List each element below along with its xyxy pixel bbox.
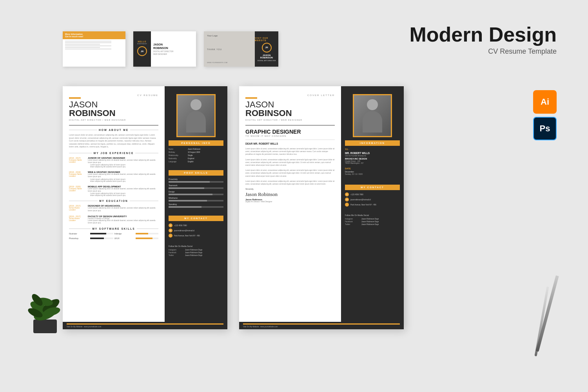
cv-skill-uiux: UI/UX xyxy=(114,237,159,240)
cv-edu-year-2: [2016 - 2017] School Name Location xyxy=(69,215,85,225)
cv-exp-title: MY JOB EXPERIENCE xyxy=(69,152,158,154)
bc-more-info: More Information Get In touch now! xyxy=(63,31,125,39)
cv-edu-detail-1: DESIGNER OF HIGHSCHOOL Lorem ipsum adipi… xyxy=(88,205,158,212)
bc-everybody: EVERYBODY xyxy=(137,43,147,45)
cover-contact-title: My Contact xyxy=(345,185,400,190)
cv-prof-skills: PROF SKILLS Proactivity Teamwork Design xyxy=(165,167,227,212)
cv-personal-info: PERSONAL INFO Name Jason Robinson Birthd… xyxy=(165,137,227,167)
bc-lastname2: ROBINSON xyxy=(260,56,273,59)
bc-line xyxy=(65,44,100,45)
cv-info-language: Language English xyxy=(169,161,223,163)
cover-to-name: MR. ROBERT WILLS xyxy=(345,152,400,154)
cv-job-year-3: [2019 - 2020] Company Name Location xyxy=(69,185,85,197)
phone-icon: ✆ xyxy=(169,223,172,227)
cover-sig-title: Digital Art Director / Web Designer xyxy=(245,201,335,203)
cv-social-twitter: Twitter Jason Robinson-Dsgn xyxy=(169,254,223,256)
cv-skill-bar-fill xyxy=(136,238,153,239)
cover-para4: Lorem ipsum dolor sit amet, consectetuer… xyxy=(245,180,335,185)
cover-contact-phone: ✆ +123 4556 7890 xyxy=(345,192,400,196)
bc-info-body xyxy=(63,39,125,67)
bc-name: JASONROBINSON xyxy=(153,43,194,50)
email-icon-2: ✉ xyxy=(345,198,349,201)
cv-skill-fill xyxy=(169,200,207,201)
business-card-info: More Information Get In touch now! xyxy=(63,31,125,67)
bc-ty: THANK YOU xyxy=(207,48,252,51)
cover-social: Follow Me On Media Social Instagram Jaso… xyxy=(341,211,404,229)
bc-initials2: JR xyxy=(262,43,272,53)
cover-last-name: ROBINSON xyxy=(245,109,335,118)
cover-social-title: Follow Me On Media Social xyxy=(345,214,400,216)
cover-concern: TO WHOM IT MAY CONCERN xyxy=(245,135,335,137)
cover-contact: My Contact ✆ +123 4556 7890 ✉ jasonrobin… xyxy=(341,181,404,211)
cv-about-text: Lorem ipsum dolor sit amet, consectetuer… xyxy=(69,134,158,149)
cover-para3: Lorem ipsum dolor sit amet, consectetuer… xyxy=(245,169,335,178)
cv-job-2: [2018 - 2019] Company Name Location WEB … xyxy=(69,171,158,182)
cover-footer-text: Visit On My Website : www.yourwebsite.co… xyxy=(341,326,400,328)
cover-accent xyxy=(245,97,257,99)
cv-social: Follow Me On Media Social Instagram Jaso… xyxy=(165,242,227,260)
cover-date-month: December xyxy=(345,171,400,173)
cover-para1: Lorem ipsum dolor sit amet, consectetuer… xyxy=(245,147,335,156)
cv-skill-bar xyxy=(169,194,223,195)
cv-first-name: JASON xyxy=(69,100,158,109)
person-silhouette-2 xyxy=(361,99,384,132)
person-head-2 xyxy=(367,99,378,110)
cover-role-title: GRAPHIC DESIGNER xyxy=(245,129,335,135)
bc-line xyxy=(65,45,111,46)
cv-edu-1: [2016 - 2017] School Name Location DESIG… xyxy=(69,205,158,212)
cv-job-1: [2016 - 2017] Company Name Location JUNI… xyxy=(69,157,158,168)
phone-icon-2: ✆ xyxy=(345,192,349,196)
business-card-name: HELLO EVERYBODY JR JASONROBINSON DIGITAL… xyxy=(133,31,196,67)
title-area: Modern Design CV Resume Template xyxy=(409,24,557,56)
cover-sincerely: Sincerely, xyxy=(245,188,335,190)
bc-name-side: JASONROBINSON DIGITAL ART DIRECTOR WEB D… xyxy=(151,31,196,67)
cover-first-name: JASON xyxy=(245,100,335,109)
cv-info-birthday: Birthday 10 August 1994 xyxy=(169,151,223,153)
cv-subtitle: DIGITAL ART DIRECTOR / WEB DESIGNER xyxy=(69,119,158,121)
cv-skill-bar-bg xyxy=(136,238,159,239)
cv-about-title: HOW ABOUT ME xyxy=(69,129,158,131)
cv-skill-fill xyxy=(169,206,201,208)
cover-info-section: INFORMATION TO : MR. ROBERT WILLS CEO & … xyxy=(341,137,404,181)
cover-date-full: Sunday, 23 / 12 / 2020 xyxy=(345,173,400,175)
cover-company-address: Citadel Street - 128 78000 Washington - … xyxy=(345,160,400,164)
cv-skill-indesign: Indesign xyxy=(114,232,159,235)
cv-contact-title: MY CONTACT xyxy=(169,216,223,221)
cover-footer-accent xyxy=(341,323,400,325)
cv-job-year-1: [2016 - 2017] Company Name Location xyxy=(69,157,85,168)
cv-skill-bar xyxy=(169,206,223,208)
illustrator-icon: Ai xyxy=(533,90,557,114)
cover-divider2 xyxy=(245,140,335,140)
cv-skill-illustrator: Illustrator xyxy=(69,232,113,235)
cv-skill-bar-fill xyxy=(90,238,104,239)
location-icon: ⌂ xyxy=(169,234,172,238)
cv-edu-2: [2016 - 2017] School Name Location FACUL… xyxy=(69,215,158,225)
cover-contact-email: ✉ jasonrobinson@hotmail.id xyxy=(345,198,400,201)
cover-subtitle: DIGITAL ART DIRECTOR / WEB DESIGNER xyxy=(245,119,335,121)
bc-initials: JR xyxy=(137,46,147,56)
cv-social-instagram: Instagram Jason Robinson-Dsgn xyxy=(169,249,223,251)
bc-website: WWW.YOURWEBSITE.COM xyxy=(207,62,252,64)
cover-date-label: DATE xyxy=(345,167,400,170)
bc-logo: Your Logo xyxy=(207,34,252,37)
cv-photo-frame xyxy=(176,94,216,137)
cv-info-relationship: Relationship Single xyxy=(169,154,223,156)
cv-skill-speaking: Speaking xyxy=(169,203,223,208)
cv-edu-detail-2: FACULTY OF DESIGN UNIVERSITY Futures In … xyxy=(88,215,158,225)
cover-to-label: TO : xyxy=(345,148,400,151)
cover-photo-frame xyxy=(353,94,392,137)
person-silhouette xyxy=(184,99,208,132)
cover-to-company: CEO & Founder Broxey.Inc xyxy=(345,155,400,157)
cv-skill-bar-fill xyxy=(90,233,106,234)
bc-title2: WEB DESIGNER xyxy=(153,53,194,55)
cover-para2: Lorem ipsum dolor sit amet, consectetuer… xyxy=(245,158,335,167)
cv-accent xyxy=(69,97,81,99)
cv-contact: MY CONTACT ✆ +123 4556 7890 ✉ jasonrobin… xyxy=(165,212,227,242)
cover-role: GRAPHIC DESIGNER TO WHOM IT MAY CONCERN xyxy=(245,129,335,137)
bc-dark-side: HELLO EVERYBODY JR xyxy=(133,31,151,67)
cv-job-3: [2019 - 2020] Company Name Location MOBI… xyxy=(69,185,158,197)
cv-software-skills: Illustrator Indesign Photoshop xyxy=(69,232,158,241)
cv-contact-email: ✉ jasonrobinson@hotmail.id xyxy=(169,229,223,232)
cv-skill-teamwork: Teamwork xyxy=(169,184,223,189)
cv-skill-wireframe: Wireframe xyxy=(169,197,223,201)
